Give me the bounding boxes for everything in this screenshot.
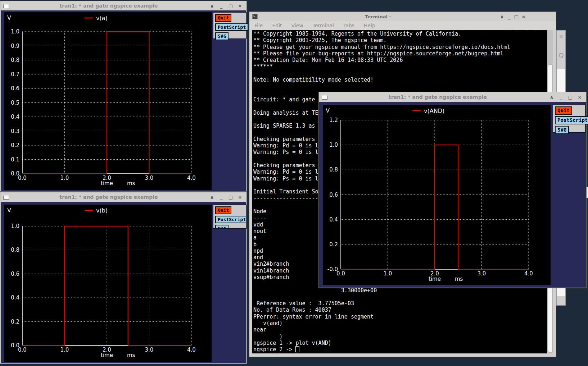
menu-item-view[interactable]: View bbox=[291, 23, 303, 28]
maximize-button[interactable]: □ bbox=[227, 195, 234, 200]
shade-button[interactable]: ∧ bbox=[498, 14, 506, 19]
plot-area: Vv(b)1.00.80.60.40.20.00.01.02.03.04.0ti… bbox=[4, 205, 212, 362]
trace-v(a) bbox=[22, 32, 191, 174]
maximize-button[interactable]: □ bbox=[513, 14, 520, 19]
ngspice-window-icon bbox=[3, 4, 9, 8]
menu-item-help[interactable]: Help bbox=[364, 23, 375, 28]
shade-button[interactable]: ∧ bbox=[208, 4, 216, 8]
x-axis-label: time bbox=[429, 276, 441, 282]
x-axis-label: time bbox=[101, 352, 113, 358]
y-tick-label: 0.4 bbox=[11, 114, 19, 120]
maximize-button[interactable]: □ bbox=[567, 95, 574, 100]
y-tick-label: 0.5 bbox=[11, 100, 19, 106]
minimize-button[interactable]: _ bbox=[218, 195, 225, 200]
y-tick-label: 0.8 bbox=[11, 247, 19, 253]
menu-item-terminal[interactable]: Terminal bbox=[313, 23, 334, 28]
x-tick-label: 1.0 bbox=[60, 175, 69, 181]
plot-window-title: tran1: * and gate ngspice example bbox=[11, 3, 206, 9]
y-tick-label: 1.0 bbox=[11, 223, 19, 229]
x-tick-label: 3.0 bbox=[145, 347, 154, 353]
menu-item-tabs[interactable]: Tabs bbox=[343, 23, 354, 28]
plot-window-titlebar[interactable]: tran1: * and gate ngspice example∧_□× bbox=[0, 1, 246, 10]
svg-button[interactable]: SVG bbox=[215, 225, 229, 229]
y-tick-label: 0.7 bbox=[11, 71, 19, 78]
svg-button[interactable]: SVG bbox=[215, 32, 229, 40]
y-tick-label: 0.6 bbox=[11, 85, 19, 92]
minimize-button[interactable]: _ bbox=[557, 95, 565, 100]
legend-label: v(a) bbox=[96, 15, 108, 22]
x-axis-unit: ms bbox=[455, 276, 463, 282]
postscript-button[interactable]: PostScript bbox=[215, 23, 248, 31]
x-tick-label: 1.0 bbox=[384, 270, 392, 277]
legend-label: v(b) bbox=[96, 207, 108, 214]
terminal-titlebar[interactable]: >_ Terminal - ∧ _ □ × bbox=[249, 12, 556, 21]
close-button[interactable]: × bbox=[236, 4, 244, 8]
plot-window-title: tran1: * and gate ngspice example bbox=[330, 94, 546, 100]
y-tick-label: 0.4 bbox=[329, 216, 338, 223]
close-icon[interactable]: × bbox=[557, 33, 565, 39]
x-axis-label: time bbox=[101, 180, 113, 187]
quit-button[interactable]: Quit bbox=[555, 106, 572, 115]
x-tick-label: 0.0 bbox=[336, 270, 345, 277]
x-tick-label: 4.0 bbox=[187, 175, 196, 181]
plot-window-vb: tran1: * and gate ngspice example∧_□×Vv(… bbox=[0, 192, 247, 364]
plot-window-titlebar[interactable]: tran1: * and gate ngspice example∧_□× bbox=[319, 92, 586, 102]
plot-window-vand: tran1: * and gate ngspice example∧_□×Vv(… bbox=[318, 92, 587, 288]
y-tick-label: 0.3 bbox=[11, 128, 19, 134]
postscript-button[interactable]: PostScript bbox=[555, 116, 588, 124]
x-axis-unit: ms bbox=[127, 352, 135, 358]
postscript-button[interactable]: PostScript bbox=[215, 216, 246, 224]
x-tick-label: 3.0 bbox=[478, 270, 486, 277]
close-button[interactable]: × bbox=[576, 95, 583, 100]
x-tick-label: 0.0 bbox=[18, 347, 27, 353]
shade-button[interactable]: ∧ bbox=[548, 95, 555, 100]
quit-button[interactable]: Quit bbox=[215, 14, 231, 22]
x-tick-label: 1.0 bbox=[60, 347, 69, 353]
maximize-button[interactable]: □ bbox=[227, 4, 234, 8]
terminal-icon: >_ bbox=[252, 14, 258, 19]
terminal-window-controls: ∧ _ □ × bbox=[498, 14, 527, 19]
plot-button-panel: QuitPostScriptSVG bbox=[553, 105, 585, 133]
close-button[interactable]: × bbox=[236, 195, 244, 200]
y-tick-label: 0.6 bbox=[329, 192, 338, 198]
y-tick-label: 0.2 bbox=[329, 241, 338, 248]
y-tick-label: 0.2 bbox=[11, 319, 19, 325]
plot-window-titlebar[interactable]: tran1: * and gate ngspice example∧_□× bbox=[0, 192, 246, 202]
magnifier-icon[interactable] bbox=[559, 53, 564, 58]
plot-window-content: Vv(AND)1.21.00.80.60.40.2-0.00.01.02.03.… bbox=[319, 102, 586, 288]
y-axis-unit-label: V bbox=[7, 14, 11, 21]
plot-area: Vv(a)1.00.90.80.70.60.50.40.30.20.10.00.… bbox=[4, 12, 212, 190]
divider bbox=[557, 75, 565, 75]
terminal-cursor bbox=[295, 346, 299, 352]
x-axis-unit: ms bbox=[127, 180, 135, 187]
y-axis-unit-label: V bbox=[326, 107, 330, 114]
y-tick-label: 0.9 bbox=[11, 43, 19, 49]
x-tick-label: 3.0 bbox=[145, 175, 154, 181]
close-button[interactable]: × bbox=[520, 14, 527, 19]
y-tick-label: 1.0 bbox=[11, 28, 19, 35]
y-tick-label: 0.4 bbox=[11, 294, 19, 301]
plot-window-content: Vv(b)1.00.80.60.40.20.00.01.02.03.04.0ti… bbox=[1, 202, 246, 363]
trace-v(AND) bbox=[341, 145, 529, 269]
plot-svg-va: Vv(a)1.00.90.80.70.60.50.40.30.20.10.00.… bbox=[4, 12, 212, 190]
menu-item-edit[interactable]: Edit bbox=[272, 23, 282, 28]
terminal-title: Terminal - bbox=[260, 14, 496, 19]
minimize-button[interactable]: _ bbox=[218, 4, 225, 8]
minimize-button[interactable]: _ bbox=[506, 14, 513, 19]
menu-item-file[interactable]: File bbox=[254, 23, 263, 28]
shade-button[interactable]: ∧ bbox=[208, 195, 216, 200]
desktop: × >_ Terminal - ∧ _ □ × FileEditViewTerm… bbox=[0, 0, 588, 366]
plot-svg-vb: Vv(b)1.00.80.60.40.20.00.01.02.03.04.0ti… bbox=[4, 205, 212, 362]
x-tick-label: 4.0 bbox=[187, 347, 196, 353]
y-tick-label: 1.0 bbox=[329, 142, 338, 148]
y-tick-label: 0.2 bbox=[11, 142, 19, 148]
legend-label: v(AND) bbox=[424, 107, 444, 114]
y-tick-label: 0.8 bbox=[11, 57, 19, 63]
svg-button[interactable]: SVG bbox=[555, 126, 569, 134]
plot-svg-vand: Vv(AND)1.21.00.80.60.40.2-0.00.01.02.03.… bbox=[323, 105, 551, 285]
plot-window-content: Vv(a)1.00.90.80.70.60.50.40.30.20.10.00.… bbox=[1, 10, 246, 191]
y-tick-label: 0.8 bbox=[329, 166, 338, 173]
quit-button[interactable]: Quit bbox=[215, 206, 231, 214]
plot-window-va: tran1: * and gate ngspice example∧_□×Vv(… bbox=[0, 1, 247, 192]
plot-window-title: tran1: * and gate ngspice example bbox=[11, 194, 206, 200]
